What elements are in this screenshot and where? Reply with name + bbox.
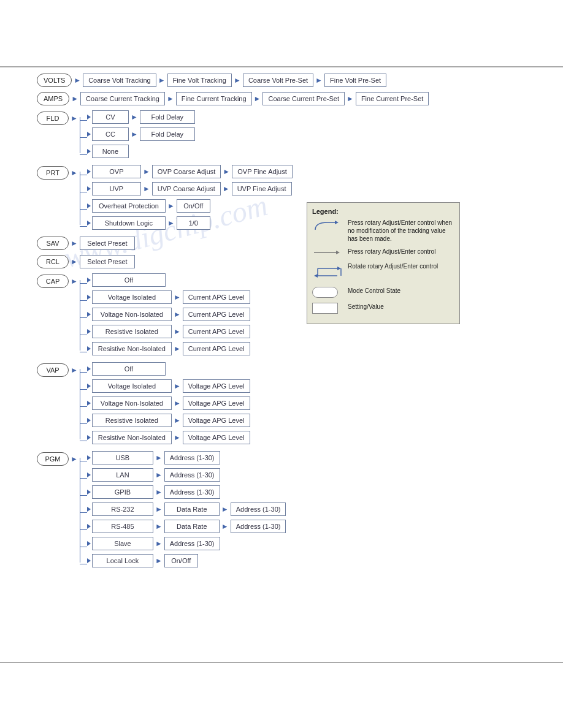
amps-row: AMPS ► Coarse Current Tracking ► Fine Cu… (37, 92, 527, 105)
arr5: ► (71, 94, 79, 103)
sav-select-preset: Select Preset (80, 237, 135, 250)
prt-overheat-branch: Overheat Protection ► On/Off (80, 199, 293, 213)
cap-ri-apg: Current APG Level (183, 325, 250, 338)
sav-label: SAV (37, 237, 69, 250)
sav-section: SAV ► Select Preset (37, 237, 527, 250)
cap-vni-apg: Current APG Level (183, 308, 250, 321)
pgm-rs232-datarate: Data Rate (164, 502, 220, 516)
prt-uvp: UVP (92, 182, 141, 195)
coarse-current-preset: Coarse Current Pre-Set (262, 92, 345, 105)
page-border-top (0, 66, 563, 67)
fine-volt-preset: Fine Volt Pre-Set (324, 74, 386, 87)
vap-off: Off (92, 362, 166, 376)
page-border-bottom (0, 662, 563, 663)
pgm-rs485-branch: RS-485 ► Data Rate ► Address (1-30) (80, 520, 286, 533)
pgm-rs485: RS-485 (92, 520, 153, 533)
arr-fld: ► (71, 114, 78, 123)
vap-label: VAP (37, 363, 69, 377)
pgm-gpib-addr: Address (1-30) (164, 485, 220, 499)
arr4: ► (315, 76, 323, 85)
fld-cv-fold-delay: Fold Delay (140, 110, 195, 124)
cap-label: CAP (37, 275, 69, 288)
pgm-section: PGM ► USB ► Address (1-30) LAN ► Address… (37, 451, 527, 569)
pgm-slave-branch: Slave ► Address (1-30) (80, 537, 286, 550)
prt-ovp-branch: OVP ► OVP Coarse Adjust ► OVP Fine Adjus… (80, 165, 293, 178)
pgm-locallock-branch: Local Lock ► On/Off (80, 554, 286, 567)
vap-voltage-non-isolated: Voltage Non-Isolated (92, 396, 172, 410)
diagram-area: VOLTS ► Coarse Volt Tracking ► Fine Volt… (37, 74, 527, 574)
cap-voltage-isolated: Voltage Isolated (92, 290, 172, 304)
coarse-volt-tracking: Coarse Volt Tracking (83, 74, 156, 87)
vap-section: VAP ► Off Voltage Isolated ► Voltage APG… (37, 362, 527, 446)
pgm-gpib-branch: GPIB ► Address (1-30) (80, 485, 286, 499)
prt-ovp-coarse: OVP Coarse Adjust (152, 165, 221, 178)
cap-rni-branch: Resistive Non-Isolated ► Current APG Lev… (80, 342, 250, 355)
vap-rni-apg: Voltage APG Level (183, 431, 250, 444)
pgm-locallock: Local Lock (92, 554, 153, 567)
prt-overheat: Overheat Protection (92, 199, 166, 213)
branch-arrow-uvp (87, 186, 91, 191)
branch-arrow-cv (87, 115, 91, 119)
branch-arrow-ovp (87, 169, 91, 174)
pgm-usb: USB (92, 451, 153, 464)
pgm-rs232-branch: RS-232 ► Data Rate ► Address (1-30) (80, 502, 286, 516)
arr3: ► (234, 76, 241, 85)
rcl-label: RCL (37, 255, 69, 268)
arr6: ► (167, 94, 174, 103)
prt-uvp-coarse: UVP Coarse Adjust (152, 182, 221, 195)
cap-section: CAP ► Off Voltage Isolated ► Current APG… (37, 273, 527, 357)
vap-resistive-non-isolated: Resistive Non-Isolated (92, 431, 172, 444)
pgm-slave-addr: Address (1-30) (164, 537, 220, 550)
vap-off-branch: Off (80, 362, 250, 376)
arr7: ► (254, 94, 261, 103)
arr1: ► (74, 76, 81, 85)
vap-vi-apg: Voltage APG Level (183, 379, 250, 393)
pgm-rs232-addr: Address (1-30) (231, 502, 286, 516)
cap-vi-branch: Voltage Isolated ► Current APG Level (80, 290, 250, 304)
cap-ri-branch: Resistive Isolated ► Current APG Level (80, 325, 250, 338)
volts-label: VOLTS (37, 74, 72, 87)
pgm-gpib: GPIB (92, 485, 153, 499)
vap-vni-apg: Voltage APG Level (183, 396, 250, 410)
vap-rni-branch: Resistive Non-Isolated ► Voltage APG Lev… (80, 431, 250, 444)
rcl-select-preset: Select Preset (80, 255, 135, 268)
branch-arrow-shutdown (87, 221, 91, 226)
fine-current-preset: Fine Current Pre-Set (356, 92, 429, 105)
branch-arrow-overheat (87, 203, 91, 208)
prt-shutdown-value: 1/0 (177, 216, 210, 230)
fld-cc-fold-delay: Fold Delay (140, 127, 195, 141)
coarse-volt-preset: Coarse Volt Pre-Set (243, 74, 313, 87)
cap-resistive-non-isolated: Resistive Non-Isolated (92, 342, 172, 355)
prt-uvp-fine: UVP Fine Adjust (232, 182, 292, 195)
pgm-lan: LAN (92, 468, 153, 482)
pgm-lan-addr: Address (1-30) (164, 468, 220, 482)
fld-none-branch: None (80, 145, 195, 158)
arr-prt: ► (71, 169, 78, 177)
pgm-rs485-addr: Address (1-30) (231, 520, 286, 533)
branch-arrow-none (87, 149, 91, 154)
fld-cc: CC (92, 127, 129, 141)
fld-section: FLD ► CV ► Fold Delay CC ► Fold Delay (37, 110, 527, 160)
fld-cv: CV (92, 110, 129, 124)
volts-row: VOLTS ► Coarse Volt Tracking ► Fine Volt… (37, 74, 527, 87)
pgm-lan-branch: LAN ► Address (1-30) (80, 468, 286, 482)
fine-volt-tracking: Fine Volt Tracking (167, 74, 232, 87)
vap-vni-branch: Voltage Non-Isolated ► Voltage APG Level (80, 396, 250, 410)
rcl-section: RCL ► Select Preset (37, 255, 527, 268)
vap-resistive-isolated: Resistive Isolated (92, 414, 172, 427)
cap-resistive-isolated: Resistive Isolated (92, 325, 172, 338)
prt-ovp-fine: OVP Fine Adjust (232, 165, 293, 178)
pgm-rs485-datarate: Data Rate (164, 520, 220, 533)
prt-ovp: OVP (92, 165, 141, 178)
fld-label: FLD (37, 112, 69, 125)
cap-off-branch: Off (80, 273, 250, 287)
amps-label: AMPS (37, 92, 69, 105)
pgm-rs232: RS-232 (92, 502, 153, 516)
cap-off: Off (92, 273, 166, 287)
vap-ri-apg: Voltage APG Level (183, 414, 250, 427)
prt-uvp-branch: UVP ► UVP Coarse Adjust ► UVP Fine Adjus… (80, 182, 293, 195)
prt-label: PRT (37, 166, 69, 180)
cap-vi-apg: Current APG Level (183, 290, 250, 304)
branch-arrow-cc (87, 132, 91, 137)
prt-section: PRT ► OVP ► OVP Coarse Adjust ► OVP Fine… (37, 165, 527, 232)
